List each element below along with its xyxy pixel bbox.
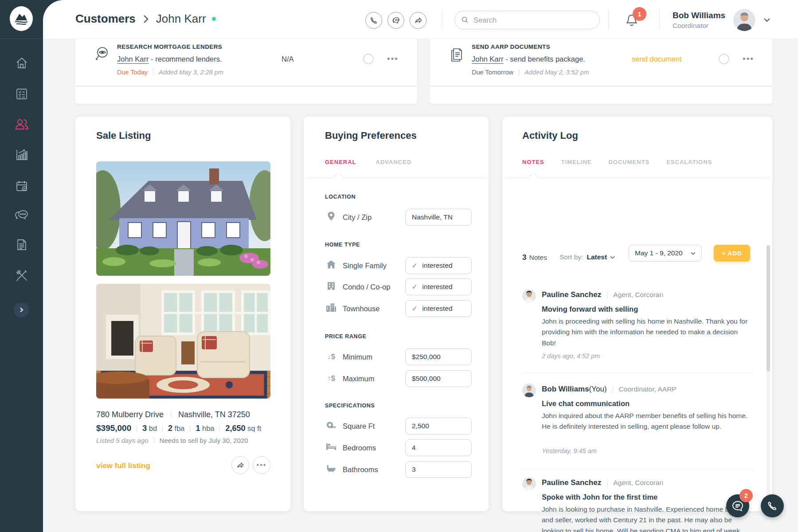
min-price-icon: ↓$: [325, 352, 337, 361]
chat-fab-badge: 2: [739, 489, 753, 502]
tab-timeline[interactable]: TIMELINE: [561, 159, 592, 165]
task-card: SEND AARP DOCUMENTS John Karr - send ben…: [430, 39, 772, 86]
activity-log-title: Activity Log: [522, 130, 578, 141]
send-document-link[interactable]: send document: [632, 55, 682, 63]
buying-preferences-body: LOCATION City / Zip Nashville, TN HOME T…: [304, 179, 489, 511]
interested-label: interested: [422, 305, 453, 313]
task-customer-link[interactable]: John Karr: [117, 55, 149, 63]
city-zip-row: City / Zip Nashville, TN: [325, 208, 472, 226]
tab-notes[interactable]: NOTES: [522, 159, 544, 165]
note-time: 2 days ago, 4:52 pm: [542, 352, 600, 360]
sidebar-item-reports[interactable]: [0, 144, 43, 165]
activity-scrollbar-thumb[interactable]: [767, 245, 770, 372]
buying-preferences-title: Buying Preferences: [325, 130, 417, 141]
search-icon: [461, 16, 469, 24]
sidebar-item-calendar[interactable]: [0, 175, 43, 196]
square-ft-label: Square Ft: [343, 422, 375, 430]
listing-fba: 2: [168, 424, 172, 433]
date-range-value: May 1 - 9, 2020: [635, 249, 683, 257]
listing-more-button[interactable]: •••: [253, 456, 270, 474]
condo-interested-toggle[interactable]: ✓ interested: [405, 278, 472, 295]
user-menu[interactable]: Bob Williams Coordinator: [673, 9, 771, 31]
notifications-button[interactable]: 1: [625, 11, 644, 30]
add-note-button[interactable]: + ADD: [714, 245, 750, 262]
tab-advanced[interactable]: ADVANCED: [376, 159, 412, 165]
bathrooms-input[interactable]: 3: [405, 461, 472, 478]
bar-chart-icon: [15, 148, 28, 161]
next-task-card-peek: [75, 87, 417, 104]
task-description: John Karr - send benefits package.: [472, 55, 585, 63]
note-author-avatar: [522, 289, 536, 303]
listing-actions: •••: [231, 456, 270, 474]
breadcrumb-chevron-icon: [143, 14, 149, 24]
view-full-listing-link[interactable]: view full listing: [96, 462, 150, 470]
listing-fba-unit: fba: [175, 424, 185, 432]
tab-escalations[interactable]: ESCALATIONS: [666, 159, 712, 165]
breadcrumb-customers[interactable]: Customers: [75, 12, 136, 26]
task-more-menu[interactable]: •••: [743, 57, 754, 61]
task-due-row: Due TodayAdded May 3, 2:28 pm: [117, 68, 223, 76]
tab-documents[interactable]: DOCUMENTS: [608, 159, 649, 165]
city-zip-input[interactable]: Nashville, TN: [405, 209, 472, 226]
note-author-avatar: [522, 383, 536, 397]
task-added: Added May 2, 3:52 pm: [524, 69, 589, 76]
square-ft-row: Square Ft 2,500: [325, 417, 472, 435]
listing-photo-exterior[interactable]: [96, 161, 270, 276]
research-icon: [94, 46, 110, 63]
sidebar-item-tools[interactable]: [0, 265, 43, 286]
note-author: Pauline Sanchez: [542, 290, 601, 299]
sidebar-item-tasks[interactable]: [0, 83, 43, 105]
app-logo[interactable]: [10, 6, 33, 31]
share-button[interactable]: [410, 12, 426, 29]
task-more-menu[interactable]: •••: [387, 57, 399, 61]
home-type-section-label: HOME TYPE: [325, 242, 360, 248]
single-family-interested-toggle[interactable]: ✓ interested: [405, 257, 472, 274]
user-name: Bob Williams: [673, 11, 725, 20]
minimum-price-input[interactable]: $250,000: [405, 348, 472, 365]
share-arrow-icon: [414, 16, 422, 24]
interested-label: interested: [422, 262, 453, 270]
sidebar-collapse-button[interactable]: [14, 302, 29, 317]
activity-log-card: Activity Log NOTES TIMELINE DOCUMENTS ES…: [502, 117, 772, 511]
sidebar-item-home[interactable]: [0, 52, 43, 74]
note-divider: [522, 469, 754, 469]
task-title: RESEARCH MORTGAGE LENDERS: [117, 43, 222, 50]
buying-preferences-card: Buying Preferences GENERAL ADVANCED LOCA…: [304, 117, 489, 511]
task-customer-link[interactable]: John Karr: [472, 55, 504, 63]
notes-count-label: Notes: [529, 254, 547, 262]
bedrooms-row: Bedrooms 4: [325, 439, 472, 457]
townhouse-interested-toggle[interactable]: ✓ interested: [405, 300, 472, 317]
task-complete-radio[interactable]: [719, 54, 729, 64]
task-complete-radio[interactable]: [363, 54, 374, 64]
active-tab-notch: [332, 173, 344, 184]
date-range-select[interactable]: May 1 - 9, 2020: [629, 245, 702, 262]
call-button[interactable]: [365, 12, 382, 29]
check-icon: ✓: [412, 262, 418, 270]
square-ft-input[interactable]: 2,500: [405, 418, 472, 434]
sidebar-item-customers[interactable]: [0, 113, 43, 135]
checklist-icon: [15, 87, 28, 101]
notification-badge: 1: [633, 7, 646, 21]
user-avatar: [733, 9, 755, 31]
sidebar-divider: [0, 39, 43, 39]
search-input[interactable]: [473, 16, 593, 24]
sidebar-item-messages[interactable]: [0, 204, 43, 226]
listing-photo-interior[interactable]: [96, 284, 270, 399]
message-button[interactable]: [387, 12, 404, 29]
tab-general[interactable]: GENERAL: [325, 159, 356, 165]
task-description-text: - send benefits package.: [504, 55, 585, 63]
call-fab[interactable]: [761, 494, 784, 517]
maximum-price-input[interactable]: $500,000: [405, 370, 472, 387]
sidebar-item-documents[interactable]: [0, 234, 43, 255]
map-pin-icon: [325, 211, 337, 223]
task-due: Due Tomorrow: [472, 69, 513, 76]
listing-share-button[interactable]: [231, 456, 249, 474]
header-divider: [659, 9, 660, 30]
chat-fab[interactable]: 2: [726, 494, 749, 517]
sale-listing-card: Sale Listing: [75, 117, 290, 511]
interested-label: interested: [422, 283, 453, 291]
sort-by-label: Sort by:: [559, 253, 583, 261]
sort-control[interactable]: Sort by: Latest: [559, 253, 615, 261]
bedrooms-input[interactable]: 4: [405, 439, 472, 456]
max-price-icon: ↑$: [325, 374, 337, 383]
